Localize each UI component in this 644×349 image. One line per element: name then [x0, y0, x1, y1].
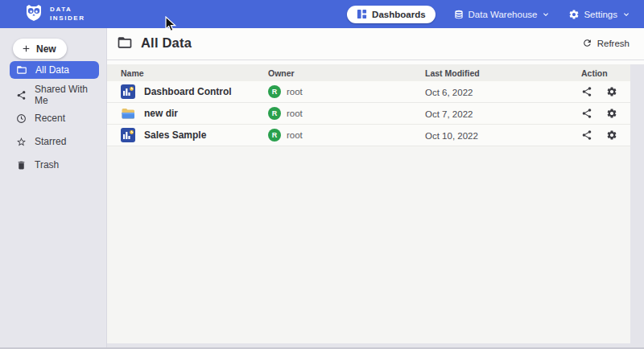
- owner-name: root: [287, 130, 303, 140]
- data-warehouse-label: Data Warehouse: [469, 10, 538, 19]
- sidebar-item-label: Starred: [35, 136, 66, 147]
- refresh-icon: [582, 38, 592, 48]
- owner-name: root: [287, 87, 303, 96]
- share-icon: [16, 90, 27, 101]
- refresh-label: Refresh: [597, 39, 630, 48]
- sidebar-item-starred[interactable]: Starred: [10, 133, 99, 150]
- share-action-icon[interactable]: [581, 86, 592, 97]
- dashboard-file-icon: [121, 84, 135, 99]
- settings-action-icon[interactable]: [606, 129, 617, 141]
- file-name[interactable]: new dir: [144, 108, 178, 119]
- logo-text: DATA INSIDER: [50, 6, 85, 23]
- sidebar: New All Data Shared With Me: [0, 28, 107, 349]
- app-logo: DATA INSIDER: [24, 3, 85, 26]
- top-navigation: Dashboards Data Warehouse: [347, 6, 631, 23]
- database-icon: [453, 9, 464, 20]
- refresh-button[interactable]: Refresh: [582, 38, 630, 48]
- sidebar-item-all-data[interactable]: All Data: [10, 61, 99, 79]
- last-modified-date: Oct 7, 2022: [425, 109, 473, 119]
- share-action-icon[interactable]: [581, 108, 592, 119]
- dashboard-file-icon: [121, 128, 135, 142]
- gear-icon: [568, 9, 580, 20]
- content-titlebar: All Data Refresh: [107, 28, 644, 64]
- star-icon: [16, 137, 27, 147]
- owner-name: root: [287, 109, 303, 118]
- dashboards-button[interactable]: Dashboards: [347, 6, 435, 23]
- last-modified-date: Oct 10, 2022: [425, 131, 478, 141]
- new-button[interactable]: New: [13, 39, 67, 59]
- sidebar-nav: All Data Shared With Me Recent: [0, 60, 107, 177]
- settings-menu[interactable]: Settings: [568, 9, 631, 20]
- titlebar-divider: [107, 60, 644, 60]
- table-row[interactable]: Dashboard Control R root Oct 6, 2022: [107, 81, 630, 103]
- column-header-name: Name: [107, 68, 268, 78]
- plus-icon: [21, 43, 31, 54]
- chevron-down-icon: [541, 10, 551, 19]
- owner-avatar: R: [268, 107, 281, 120]
- dashboards-label: Dashboards: [372, 10, 425, 19]
- folder-icon: [117, 35, 133, 51]
- owl-logo-icon: [24, 3, 43, 26]
- trash-icon: [16, 160, 27, 170]
- settings-action-icon[interactable]: [606, 108, 617, 119]
- last-modified-date: Oct 6, 2022: [425, 88, 473, 97]
- table-header-row: Name Owner Last Modified Action: [107, 64, 630, 81]
- page-title: All Data: [141, 35, 192, 51]
- chevron-down-icon: [621, 10, 631, 19]
- share-action-icon[interactable]: [581, 129, 592, 141]
- settings-action-icon[interactable]: [606, 86, 617, 97]
- column-header-action: Action: [581, 68, 630, 78]
- sidebar-item-label: Shared With Me: [35, 84, 99, 106]
- folder-file-icon: [121, 106, 135, 121]
- sidebar-item-label: Trash: [35, 159, 59, 170]
- folder-icon: [16, 64, 27, 76]
- clock-icon: [16, 113, 27, 124]
- data-warehouse-menu[interactable]: Data Warehouse: [453, 9, 551, 20]
- owner-avatar: R: [268, 129, 281, 142]
- sidebar-item-label: Recent: [35, 113, 65, 124]
- file-name[interactable]: Sales Sample: [144, 129, 206, 141]
- top-header-bar: DATA INSIDER Dashboards: [0, 0, 644, 28]
- dashboard-grid-icon: [357, 9, 367, 19]
- new-button-label: New: [36, 43, 56, 55]
- app-window: DATA INSIDER Dashboards: [0, 0, 644, 349]
- sidebar-item-recent[interactable]: Recent: [10, 109, 99, 127]
- column-header-owner: Owner: [268, 68, 425, 78]
- sidebar-item-label: All Data: [35, 64, 69, 76]
- column-header-last-modified: Last Modified: [425, 68, 581, 78]
- owner-avatar: R: [268, 85, 281, 98]
- file-name[interactable]: Dashboard Control: [144, 86, 232, 97]
- table-row[interactable]: Sales Sample R root Oct 10, 2022: [107, 125, 630, 146]
- sidebar-item-trash[interactable]: Trash: [10, 156, 99, 174]
- table-row[interactable]: new dir R root Oct 7, 2022: [107, 103, 630, 125]
- file-table: Name Owner Last Modified Action: [107, 64, 630, 343]
- sidebar-item-shared-with-me[interactable]: Shared With Me: [10, 86, 99, 104]
- settings-label: Settings: [584, 10, 617, 19]
